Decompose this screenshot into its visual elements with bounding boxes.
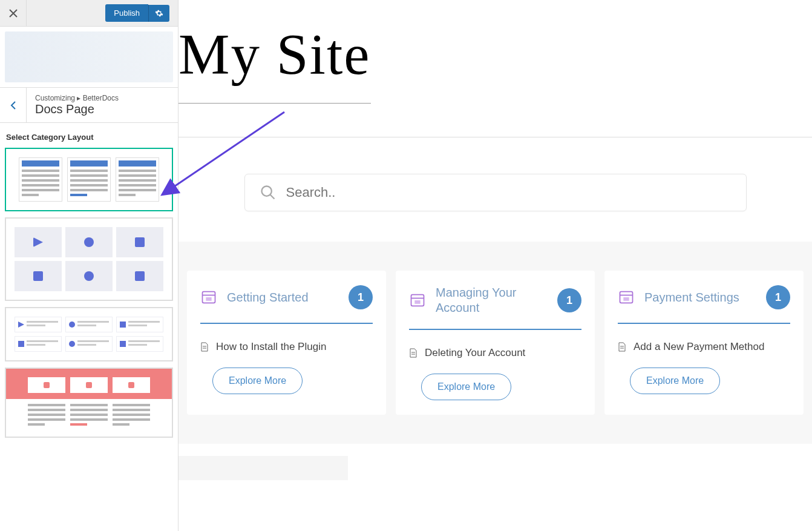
layout-option-1[interactable] (5, 148, 173, 211)
back-button[interactable] (0, 88, 27, 122)
customizer-sidebar: Publish Customizing ▸ BetterDocs Docs Pa… (0, 0, 178, 531)
close-button[interactable] (0, 0, 27, 27)
article-title: How to Install the Plugin (216, 341, 326, 353)
article-title: Deleting Your Account (425, 347, 525, 359)
count-badge: 1 (349, 285, 373, 309)
category-title: Managing Your Account (436, 285, 548, 315)
document-icon (200, 342, 209, 352)
layout-option-2[interactable] (5, 217, 173, 301)
category-title: Payment Settings (644, 290, 756, 305)
article-item[interactable]: Add a New Payment Method (618, 341, 790, 353)
search-section (178, 137, 812, 242)
layouts-list (0, 148, 178, 531)
search-input[interactable] (286, 185, 732, 200)
chevron-left-icon (10, 101, 17, 110)
site-title: My Site (178, 0, 371, 104)
svg-point-0 (261, 186, 271, 196)
article-item[interactable]: Deleting Your Account (409, 347, 581, 359)
svg-rect-14 (623, 297, 629, 301)
article-item[interactable]: How to Install the Plugin (200, 341, 373, 353)
layout-option-4[interactable] (5, 368, 173, 438)
svg-line-1 (270, 195, 274, 199)
breadcrumb-row: Customizing ▸ BetterDocs Docs Page (0, 87, 178, 123)
page-title: Docs Page (35, 102, 169, 116)
category-icon (200, 289, 217, 306)
breadcrumb: Customizing ▸ BetterDocs (35, 94, 169, 102)
publish-button[interactable]: Publish (105, 4, 148, 22)
search-icon (260, 184, 277, 201)
category-icon (409, 292, 426, 309)
document-icon (409, 348, 417, 358)
count-badge: 1 (766, 285, 790, 309)
count-badge: 1 (557, 288, 581, 312)
search-box[interactable] (244, 174, 747, 211)
sidebar-header: Publish (0, 0, 178, 27)
layout-option-3[interactable] (5, 307, 173, 361)
explore-more-button[interactable]: Explore More (630, 368, 720, 394)
publish-settings-button[interactable] (148, 5, 169, 22)
preview-pane: My Site Getting Started 1 How to Install… (178, 0, 812, 531)
site-preview-thumbnail (5, 31, 173, 82)
close-icon (9, 9, 18, 18)
explore-more-button[interactable]: Explore More (212, 368, 303, 394)
article-title: Add a New Payment Method (634, 341, 764, 353)
category-card: Getting Started 1 How to Install the Plu… (187, 271, 386, 415)
gear-icon (155, 9, 163, 18)
footer-placeholder (178, 456, 348, 480)
category-title: Getting Started (227, 290, 339, 305)
svg-rect-9 (414, 300, 420, 304)
section-label: Select Category Layout (0, 123, 178, 148)
document-icon (618, 342, 626, 352)
svg-rect-4 (206, 297, 211, 301)
explore-more-button[interactable]: Explore More (421, 374, 511, 400)
category-card: Managing Your Account 1 Deleting Your Ac… (396, 271, 595, 415)
categories-section: Getting Started 1 How to Install the Plu… (178, 242, 812, 444)
category-card: Payment Settings 1 Add a New Payment Met… (604, 271, 804, 415)
category-icon (618, 289, 635, 306)
